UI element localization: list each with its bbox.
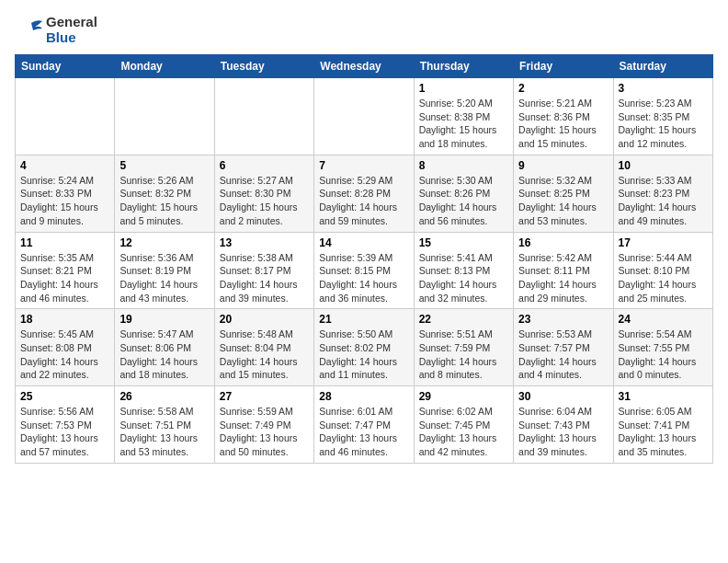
- day-content: Sunrise: 5:58 AM Sunset: 7:51 PM Dayligh…: [119, 405, 209, 459]
- logo-container: General Blue: [15, 15, 97, 45]
- calendar-cell: 4Sunrise: 5:24 AM Sunset: 8:33 PM Daylig…: [16, 155, 115, 232]
- day-number: 18: [20, 313, 109, 326]
- calendar-table: SundayMondayTuesdayWednesdayThursdayFrid…: [15, 54, 713, 464]
- calendar-cell: 23Sunrise: 5:53 AM Sunset: 7:57 PM Dayli…: [514, 309, 613, 386]
- day-number: 9: [518, 159, 608, 172]
- calendar-cell: 24Sunrise: 5:54 AM Sunset: 7:55 PM Dayli…: [613, 309, 712, 386]
- day-number: 27: [220, 390, 309, 403]
- header-day-friday: Friday: [514, 55, 613, 78]
- day-content: Sunrise: 5:50 AM Sunset: 8:02 PM Dayligh…: [319, 327, 408, 382]
- calendar-cell: 18Sunrise: 5:45 AM Sunset: 8:08 PM Dayli…: [16, 309, 115, 386]
- header-day-wednesday: Wednesday: [314, 55, 414, 78]
- day-content: Sunrise: 5:30 AM Sunset: 8:26 PM Dayligh…: [419, 174, 508, 228]
- calendar-cell: 13Sunrise: 5:38 AM Sunset: 8:17 PM Dayli…: [214, 232, 313, 309]
- calendar-cell: 29Sunrise: 6:02 AM Sunset: 7:45 PM Dayli…: [414, 386, 513, 464]
- day-content: Sunrise: 5:42 AM Sunset: 8:11 PM Dayligh…: [518, 251, 608, 305]
- day-content: Sunrise: 5:23 AM Sunset: 8:35 PM Dayligh…: [619, 97, 708, 151]
- day-number: 3: [619, 82, 708, 95]
- day-content: Sunrise: 5:47 AM Sunset: 8:06 PM Dayligh…: [119, 327, 209, 382]
- day-content: Sunrise: 5:53 AM Sunset: 7:57 PM Dayligh…: [518, 327, 608, 382]
- day-content: Sunrise: 5:38 AM Sunset: 8:17 PM Dayligh…: [220, 251, 309, 305]
- calendar-week-row: 18Sunrise: 5:45 AM Sunset: 8:08 PM Dayli…: [16, 309, 713, 386]
- logo-general-text: General: [46, 15, 97, 30]
- day-content: Sunrise: 5:36 AM Sunset: 8:19 PM Dayligh…: [119, 251, 209, 305]
- day-number: 13: [220, 236, 309, 249]
- logo-blue-text: Blue: [46, 30, 97, 46]
- day-content: Sunrise: 6:01 AM Sunset: 7:47 PM Dayligh…: [319, 405, 408, 459]
- day-content: Sunrise: 5:45 AM Sunset: 8:08 PM Dayligh…: [20, 327, 109, 382]
- day-content: Sunrise: 5:27 AM Sunset: 8:30 PM Dayligh…: [220, 174, 309, 228]
- calendar-cell: 28Sunrise: 6:01 AM Sunset: 7:47 PM Dayli…: [314, 386, 414, 464]
- day-number: 25: [20, 390, 109, 403]
- day-content: Sunrise: 5:20 AM Sunset: 8:38 PM Dayligh…: [419, 97, 508, 151]
- calendar-week-row: 11Sunrise: 5:35 AM Sunset: 8:21 PM Dayli…: [16, 232, 713, 309]
- calendar-cell: 10Sunrise: 5:33 AM Sunset: 8:23 PM Dayli…: [613, 155, 712, 232]
- header-day-monday: Monday: [115, 55, 214, 78]
- day-number: 17: [619, 236, 708, 249]
- day-content: Sunrise: 5:21 AM Sunset: 8:36 PM Dayligh…: [518, 97, 608, 151]
- day-number: 21: [319, 313, 408, 326]
- day-content: Sunrise: 6:05 AM Sunset: 7:41 PM Dayligh…: [619, 405, 708, 459]
- calendar-cell: 6Sunrise: 5:27 AM Sunset: 8:30 PM Daylig…: [214, 155, 313, 232]
- day-number: 19: [119, 313, 209, 326]
- calendar-cell: [16, 78, 115, 155]
- day-content: Sunrise: 5:51 AM Sunset: 7:59 PM Dayligh…: [419, 327, 508, 382]
- calendar-cell: 1Sunrise: 5:20 AM Sunset: 8:38 PM Daylig…: [414, 78, 513, 155]
- day-number: 16: [518, 236, 608, 249]
- day-content: Sunrise: 5:48 AM Sunset: 8:04 PM Dayligh…: [220, 327, 309, 382]
- calendar-cell: 22Sunrise: 5:51 AM Sunset: 7:59 PM Dayli…: [414, 309, 513, 386]
- calendar-cell: 12Sunrise: 5:36 AM Sunset: 8:19 PM Dayli…: [115, 232, 214, 309]
- header-day-tuesday: Tuesday: [214, 55, 313, 78]
- calendar-cell: 31Sunrise: 6:05 AM Sunset: 7:41 PM Dayli…: [613, 386, 712, 464]
- day-number: 12: [119, 236, 209, 249]
- day-number: 15: [419, 236, 508, 249]
- day-number: 30: [518, 390, 608, 403]
- day-content: Sunrise: 5:24 AM Sunset: 8:33 PM Dayligh…: [20, 174, 109, 228]
- day-number: 28: [319, 390, 408, 403]
- day-content: Sunrise: 5:33 AM Sunset: 8:23 PM Dayligh…: [619, 174, 708, 228]
- day-number: 2: [518, 82, 608, 95]
- day-content: Sunrise: 5:41 AM Sunset: 8:13 PM Dayligh…: [419, 251, 508, 305]
- calendar-cell: 21Sunrise: 5:50 AM Sunset: 8:02 PM Dayli…: [314, 309, 414, 386]
- day-number: 29: [419, 390, 508, 403]
- day-number: 6: [220, 159, 309, 172]
- day-content: Sunrise: 5:44 AM Sunset: 8:10 PM Dayligh…: [619, 251, 708, 305]
- calendar-cell: 14Sunrise: 5:39 AM Sunset: 8:15 PM Dayli…: [314, 232, 414, 309]
- day-number: 14: [319, 236, 408, 249]
- header-day-sunday: Sunday: [16, 55, 115, 78]
- calendar-cell: 3Sunrise: 5:23 AM Sunset: 8:35 PM Daylig…: [613, 78, 712, 155]
- day-content: Sunrise: 6:02 AM Sunset: 7:45 PM Dayligh…: [419, 405, 508, 459]
- calendar-cell: 20Sunrise: 5:48 AM Sunset: 8:04 PM Dayli…: [214, 309, 313, 386]
- calendar-cell: 25Sunrise: 5:56 AM Sunset: 7:53 PM Dayli…: [16, 386, 115, 464]
- day-number: 26: [119, 390, 209, 403]
- calendar-cell: 30Sunrise: 6:04 AM Sunset: 7:43 PM Dayli…: [514, 386, 613, 464]
- day-content: Sunrise: 5:32 AM Sunset: 8:25 PM Dayligh…: [518, 174, 608, 228]
- day-content: Sunrise: 6:04 AM Sunset: 7:43 PM Dayligh…: [518, 405, 608, 459]
- day-number: 24: [619, 313, 708, 326]
- logo: General Blue: [15, 15, 97, 45]
- day-number: 4: [20, 159, 109, 172]
- day-content: Sunrise: 5:35 AM Sunset: 8:21 PM Dayligh…: [20, 251, 109, 305]
- calendar-week-row: 25Sunrise: 5:56 AM Sunset: 7:53 PM Dayli…: [16, 386, 713, 464]
- day-number: 31: [619, 390, 708, 403]
- calendar-cell: 15Sunrise: 5:41 AM Sunset: 8:13 PM Dayli…: [414, 232, 513, 309]
- calendar-cell: 7Sunrise: 5:29 AM Sunset: 8:28 PM Daylig…: [314, 155, 414, 232]
- header: General Blue: [15, 15, 713, 45]
- day-number: 23: [518, 313, 608, 326]
- calendar-cell: 11Sunrise: 5:35 AM Sunset: 8:21 PM Dayli…: [16, 232, 115, 309]
- day-number: 5: [119, 159, 209, 172]
- day-content: Sunrise: 5:56 AM Sunset: 7:53 PM Dayligh…: [20, 405, 109, 459]
- day-content: Sunrise: 5:59 AM Sunset: 7:49 PM Dayligh…: [220, 405, 309, 459]
- calendar-cell: 26Sunrise: 5:58 AM Sunset: 7:51 PM Dayli…: [115, 386, 214, 464]
- header-day-saturday: Saturday: [613, 55, 712, 78]
- day-content: Sunrise: 5:39 AM Sunset: 8:15 PM Dayligh…: [319, 251, 408, 305]
- calendar-cell: [314, 78, 414, 155]
- day-number: 11: [20, 236, 109, 249]
- logo-text: General Blue: [46, 15, 97, 45]
- calendar-cell: 16Sunrise: 5:42 AM Sunset: 8:11 PM Dayli…: [514, 232, 613, 309]
- calendar-cell: 2Sunrise: 5:21 AM Sunset: 8:36 PM Daylig…: [514, 78, 613, 155]
- day-number: 20: [220, 313, 309, 326]
- day-content: Sunrise: 5:26 AM Sunset: 8:32 PM Dayligh…: [119, 174, 209, 228]
- calendar-cell: 9Sunrise: 5:32 AM Sunset: 8:25 PM Daylig…: [514, 155, 613, 232]
- calendar-week-row: 4Sunrise: 5:24 AM Sunset: 8:33 PM Daylig…: [16, 155, 713, 232]
